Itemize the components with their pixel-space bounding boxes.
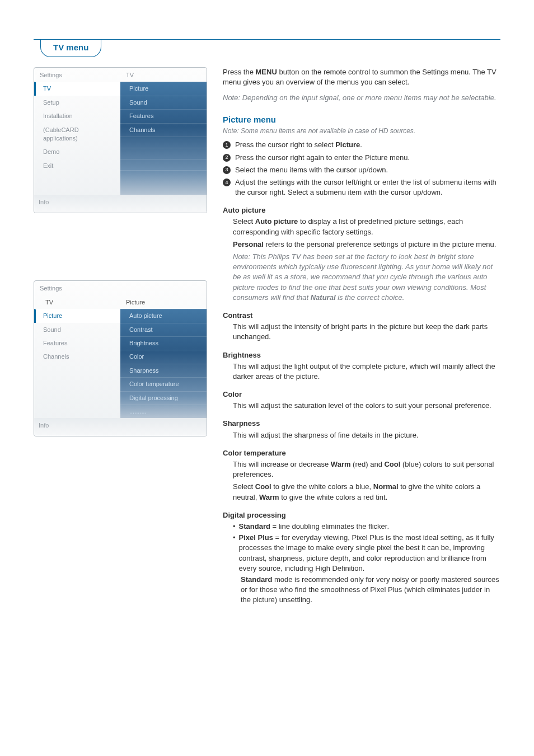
list-item bbox=[34, 397, 120, 408]
color-desc: This will adjust the saturation level of… bbox=[233, 401, 500, 411]
text-bold: Warm bbox=[331, 460, 351, 468]
text-part: to give the white colors a red tint. bbox=[279, 493, 388, 501]
text-part: = for everyday viewing, Pixel Plus is th… bbox=[239, 533, 494, 572]
panel-sub-left: TV bbox=[34, 295, 120, 309]
contrast-desc: This will adjust the intensity of bright… bbox=[233, 322, 500, 342]
panel-footer: Info bbox=[34, 418, 207, 435]
list-item[interactable]: Installation bbox=[34, 109, 120, 123]
step-number-icon: 2 bbox=[223, 154, 231, 162]
panel-header: Settings TV bbox=[34, 68, 207, 82]
list-item[interactable]: Picture bbox=[34, 309, 120, 322]
list-item[interactable]: TV bbox=[34, 82, 120, 95]
list-item[interactable]: Features bbox=[34, 336, 120, 350]
list-item[interactable]: .......... bbox=[120, 405, 207, 418]
panel-header: Settings bbox=[34, 281, 207, 295]
text-bold: Normal bbox=[373, 482, 399, 491]
picture-menu-heading: Picture menu bbox=[223, 114, 500, 125]
bullet-dot-icon: • bbox=[233, 522, 236, 532]
step-text: Press the cursor right again to enter th… bbox=[235, 153, 410, 163]
step-item: 2Press the cursor right again to enter t… bbox=[223, 153, 500, 163]
list-item[interactable]: Setup bbox=[34, 96, 120, 109]
step-text: . bbox=[360, 140, 362, 149]
settings-panel-picture: Settings TV Picture Picture Sound Featur… bbox=[34, 280, 207, 436]
text-part: is the correct choice. bbox=[336, 293, 405, 302]
text-part: mode is recommended only for very noisy … bbox=[241, 575, 499, 604]
list-item[interactable]: Picture bbox=[120, 82, 207, 95]
color-temp-title: Color temperature bbox=[223, 448, 500, 458]
text-part: Select bbox=[233, 217, 255, 226]
bullet-dot-icon: • bbox=[233, 533, 236, 543]
panel2-right-list: Auto picture Contrast Brightness Color S… bbox=[120, 309, 207, 418]
list-item[interactable]: Color temperature bbox=[120, 377, 207, 391]
brightness-desc: This will adjust the light output of the… bbox=[233, 361, 500, 382]
step-item: 4Adjust the settings with the cursor lef… bbox=[223, 177, 500, 198]
text-bold: Cool bbox=[255, 482, 271, 491]
top-rule bbox=[34, 39, 500, 40]
intro-note: Note: Depending on the input signal, one… bbox=[223, 93, 500, 103]
digital-bullets: •Standard = line doubling eliminates the… bbox=[233, 522, 500, 605]
list-item bbox=[120, 170, 207, 181]
bullet-item: •Pixel Plus = for everyday viewing, Pixe… bbox=[233, 533, 500, 574]
list-item[interactable]: Channels bbox=[34, 350, 120, 363]
step-text: Adjust the settings with the cursor left… bbox=[235, 177, 500, 198]
panel-header-left: Settings bbox=[34, 68, 120, 82]
panel-sub-right: Picture bbox=[120, 295, 207, 309]
intro-part: Press the bbox=[223, 68, 256, 76]
list-item[interactable]: (CableCARD applications) bbox=[34, 123, 120, 145]
text-part: (red) and bbox=[351, 460, 385, 468]
panel2-left-list: Picture Sound Features Channels bbox=[34, 309, 120, 418]
list-item[interactable]: Features bbox=[120, 109, 207, 123]
panel-header-right: TV bbox=[120, 68, 207, 82]
list-item[interactable]: Sound bbox=[120, 96, 207, 109]
color-temp-desc2: Select Cool to give the white colors a b… bbox=[233, 482, 500, 502]
list-item bbox=[34, 364, 120, 375]
list-item bbox=[34, 375, 120, 386]
page-tab-title: TV menu bbox=[40, 39, 101, 57]
list-item[interactable]: Sharpness bbox=[120, 364, 207, 377]
step-number-icon: 3 bbox=[223, 166, 231, 174]
color-temp-desc1: This will increase or decrease Warm (red… bbox=[233, 459, 500, 480]
settings-panel-tv: Settings TV TV Setup Installation (Cable… bbox=[34, 67, 207, 213]
intro-bold: MENU bbox=[256, 68, 277, 76]
panel1-left-list: TV Setup Installation (CableCARD applica… bbox=[34, 82, 120, 195]
text-bold: Personal bbox=[233, 240, 264, 248]
content-column: Press the MENU button on the remote cont… bbox=[223, 67, 500, 606]
text-bold-italic: Natural bbox=[311, 293, 336, 302]
text-bold: Pixel Plus bbox=[239, 533, 273, 542]
left-column: Settings TV TV Setup Installation (Cable… bbox=[34, 67, 207, 606]
list-item[interactable]: Demo bbox=[34, 145, 120, 158]
digital-title: Digital processing bbox=[223, 510, 500, 520]
text-bold: Standard bbox=[239, 522, 270, 530]
text-part: = line doubling eliminates the flicker. bbox=[270, 522, 389, 530]
step-text: Press the cursor right to select bbox=[235, 140, 335, 149]
text-bold: Standard bbox=[241, 575, 272, 584]
auto-picture-title: Auto picture bbox=[223, 205, 500, 215]
panel1-right-list: Picture Sound Features Channels bbox=[120, 82, 207, 195]
step-number-icon: 1 bbox=[223, 141, 231, 149]
list-item bbox=[34, 172, 120, 184]
auto-picture-note: Note: This Philips TV has been set at th… bbox=[233, 252, 500, 303]
list-item[interactable]: Contrast bbox=[120, 323, 207, 336]
text-bold: Auto picture bbox=[255, 217, 298, 226]
color-title: Color bbox=[223, 389, 500, 400]
step-item: 1Press the cursor right to select Pictur… bbox=[223, 140, 500, 150]
list-item bbox=[34, 386, 120, 397]
list-item[interactable]: Digital processing bbox=[120, 391, 207, 405]
list-item[interactable]: Brightness bbox=[120, 336, 207, 350]
text-bold: Warm bbox=[259, 493, 279, 501]
list-item[interactable]: Sound bbox=[34, 323, 120, 336]
auto-picture-desc: Select Auto picture to display a list of… bbox=[233, 217, 500, 237]
brightness-title: Brightness bbox=[223, 350, 500, 360]
steps-list: 1Press the cursor right to select Pictur… bbox=[223, 140, 500, 198]
list-item bbox=[120, 137, 207, 148]
panel-footer: Info bbox=[34, 195, 207, 212]
list-item bbox=[34, 184, 120, 195]
list-item[interactable]: Auto picture bbox=[120, 309, 207, 322]
list-item[interactable]: Channels bbox=[120, 123, 207, 137]
list-item bbox=[120, 148, 207, 159]
list-item[interactable]: Exit bbox=[34, 159, 120, 172]
panel-header-left: Settings bbox=[34, 281, 120, 295]
list-item[interactable]: Color bbox=[120, 350, 207, 363]
text-part: This will increase or decrease bbox=[233, 460, 331, 468]
panel-subheader: TV Picture bbox=[34, 295, 207, 309]
